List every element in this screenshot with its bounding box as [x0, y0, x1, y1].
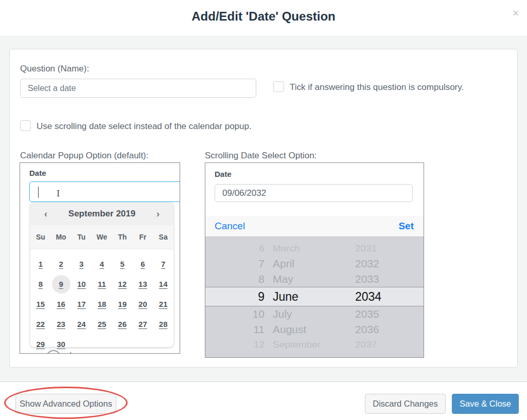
- calendar-day[interactable]: 24: [71, 314, 92, 334]
- calendar-day-empty: [92, 334, 112, 354]
- calendar-day-number: 10: [77, 280, 86, 288]
- calendar-day-number: 4: [100, 260, 104, 268]
- wheel-spacer: [205, 237, 424, 241]
- modal-body: Question (Name): Tick if answering this …: [0, 38, 527, 381]
- calendar-month-title: September 2019: [68, 209, 135, 219]
- calendar-day[interactable]: 14: [153, 274, 173, 294]
- weekday-label: Sa: [153, 233, 173, 241]
- wheel-row[interactable]: 8May2033: [205, 271, 424, 287]
- calendar-day[interactable]: 20: [133, 294, 153, 314]
- calendar-day[interactable]: 16: [51, 294, 72, 314]
- compulsory-checkbox[interactable]: [273, 81, 284, 92]
- calendar-day[interactable]: 10: [71, 274, 92, 294]
- scrolling-date-input[interactable]: [215, 184, 413, 202]
- calendar-popup-preview: Date I ‹ September 2019 › SuMoTuWeThFrSa…: [20, 162, 180, 354]
- calendar-day[interactable]: 28: [153, 314, 173, 334]
- wheel-row[interactable]: 7April2032: [205, 256, 424, 271]
- modal-header: Add/Edit 'Date' Question ×: [0, 0, 527, 37]
- calendar-day[interactable]: 4: [92, 254, 112, 274]
- calendar-day[interactable]: 6: [133, 254, 153, 274]
- wheel-month-value: July: [273, 308, 355, 320]
- calendar-day[interactable]: 2: [51, 254, 72, 274]
- calendar-day[interactable]: 23: [51, 314, 72, 334]
- calendar-day-number: 2: [59, 260, 63, 268]
- next-month-icon[interactable]: ›: [153, 209, 163, 220]
- wheel-row[interactable]: 6March2031: [205, 243, 424, 255]
- modal-title: Add/Edit 'Date' Question: [0, 9, 527, 24]
- calendar-day-number: 5: [120, 260, 125, 268]
- calendar-day-number: 29: [37, 340, 45, 349]
- calendar-dropdown: ‹ September 2019 › SuMoTuWeThFrSa 123456…: [30, 203, 173, 347]
- calendar-day[interactable]: 15: [30, 294, 51, 314]
- calendar-day[interactable]: 11: [92, 274, 112, 294]
- scrolling-field-label: Date: [215, 170, 232, 178]
- calendar-day-number: 7: [161, 260, 165, 268]
- calendar-day[interactable]: 27: [133, 314, 153, 334]
- calendar-day[interactable]: 3: [71, 254, 92, 274]
- weekday-label: Th: [112, 233, 133, 241]
- calendar-date-input[interactable]: I: [29, 181, 180, 202]
- discard-changes-button[interactable]: Discard Changes: [365, 394, 446, 414]
- calendar-day[interactable]: 1: [30, 254, 51, 274]
- close-icon[interactable]: ×: [510, 7, 522, 20]
- calendar-day[interactable]: 25: [92, 314, 112, 334]
- calendar-day[interactable]: 29: [30, 334, 51, 354]
- calendar-section-label: Calendar Popup Option (default):: [20, 151, 149, 161]
- wheel-day-value: 7: [205, 258, 265, 270]
- wheel-row[interactable]: 11August2036: [205, 322, 424, 337]
- prev-month-icon[interactable]: ‹: [41, 209, 51, 220]
- cancel-button[interactable]: Cancel: [215, 221, 245, 232]
- wheel-month-value: June: [273, 290, 355, 304]
- text-caret: [38, 187, 39, 198]
- calendar-day[interactable]: 5: [112, 254, 133, 274]
- calendar-day[interactable]: 8: [30, 274, 51, 294]
- wheel-row[interactable]: 12September2037: [205, 339, 424, 351]
- calendar-day-number: 27: [138, 320, 147, 328]
- calendar-day[interactable]: 12: [112, 274, 133, 294]
- calendar-day[interactable]: 18: [92, 294, 112, 314]
- calendar-day[interactable]: 17: [71, 294, 92, 314]
- wheel-month-value: September: [273, 340, 355, 349]
- ibeam-cursor: I: [56, 188, 61, 198]
- calendar-days-grid: 1234567891011121314151617181920212223242…: [30, 249, 173, 354]
- calendar-day-number: 13: [138, 280, 147, 288]
- today-highlight: 9: [52, 275, 71, 294]
- wheel-year-value: 2036: [355, 323, 407, 336]
- calendar-day-number: 9: [59, 280, 63, 288]
- calendar-day-number: 23: [57, 320, 65, 328]
- calendar-day[interactable]: 26: [112, 314, 133, 334]
- compulsory-checkbox-label: Tick if answering this question is compu…: [290, 82, 464, 93]
- wheel-month-value: August: [273, 323, 355, 336]
- calendar-day-number: 28: [159, 320, 168, 328]
- calendar-day[interactable]: 21: [153, 294, 173, 314]
- scrolling-toggle-label: Use scrolling date select instead of the…: [37, 121, 252, 132]
- calendar-day[interactable]: 19: [112, 294, 133, 314]
- set-button[interactable]: Set: [398, 221, 414, 232]
- calendar-day[interactable]: 13: [133, 274, 153, 294]
- scrolling-toggle-checkbox[interactable]: [20, 120, 31, 131]
- weekday-label: Tu: [71, 233, 92, 241]
- wheel-day-value: 10: [205, 308, 265, 320]
- calendar-day-number: 11: [98, 280, 106, 288]
- save-and-close-button[interactable]: Save & Close: [452, 394, 519, 414]
- calendar-day-number: 14: [159, 280, 168, 288]
- weekday-label: We: [92, 233, 112, 241]
- wheel-day-value: 8: [205, 273, 265, 285]
- wheel-row-selected[interactable]: 9June2034: [205, 287, 424, 306]
- wheel-month-value: April: [273, 258, 355, 270]
- question-name-input[interactable]: [20, 79, 256, 98]
- calendar-day[interactable]: 22: [30, 314, 51, 334]
- modal-footer: Show Advanced Options Discard Changes Sa…: [0, 381, 527, 420]
- calendar-day-number: 20: [138, 300, 147, 308]
- calendar-day-number: 30: [57, 340, 65, 349]
- calendar-day-number: 8: [39, 280, 43, 288]
- show-advanced-options-button[interactable]: Show Advanced Options: [15, 394, 116, 414]
- wheel-row[interactable]: 10July2035: [205, 306, 424, 322]
- calendar-day-empty: [153, 334, 173, 354]
- calendar-day[interactable]: 7: [153, 254, 173, 274]
- wheel-year-value: 2037: [355, 340, 407, 349]
- calendar-day-number: 22: [37, 320, 45, 328]
- calendar-day[interactable]: 9: [51, 274, 72, 294]
- date-wheel[interactable]: 6March20317April20328May20339June203410J…: [205, 237, 424, 358]
- calendar-day-empty: [133, 334, 153, 354]
